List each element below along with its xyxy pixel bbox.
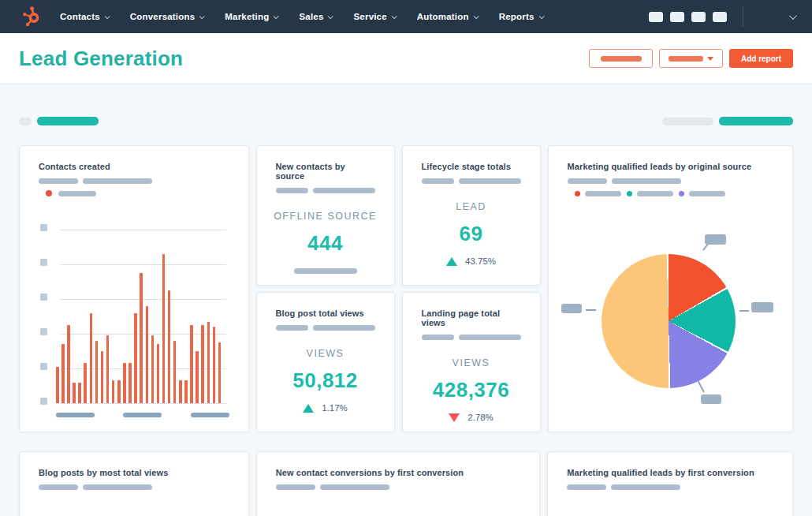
bar	[61, 344, 65, 403]
nav-tool-placeholder-1[interactable]	[649, 12, 663, 22]
metric-label: VIEWS	[453, 357, 490, 368]
card-title: Lifecycle stage totals	[403, 146, 540, 171]
report-card-contacts-created[interactable]: Contacts created	[19, 145, 249, 432]
bar-chart-plot-area	[56, 230, 226, 403]
nav-item-label: Contacts	[60, 12, 100, 21]
caret-down-icon	[707, 57, 713, 61]
report-card-new-contacts-by-source[interactable]: New contacts by source OFFLINE SOURCE 44…	[256, 145, 395, 286]
redacted-dropdown-label	[669, 56, 703, 62]
account-chevron-down-icon[interactable]	[789, 12, 797, 20]
bar	[213, 327, 216, 403]
nav-item-label: Service	[353, 12, 386, 21]
bar	[218, 342, 222, 403]
filter-group-right	[662, 117, 793, 125]
add-report-button[interactable]: Add report	[729, 49, 793, 68]
nav-item-sales[interactable]: Sales	[299, 12, 332, 21]
filter-group-left	[19, 117, 99, 125]
main-nav-menu: ContactsConversationsMarketingSalesServi…	[60, 12, 564, 21]
metric-label: LEAD	[456, 201, 486, 212]
pie-legend-item	[679, 191, 725, 196]
y-tick-placeholder	[40, 259, 47, 266]
page-header: Lead Generation Add report	[0, 33, 812, 84]
nav-item-contacts[interactable]: Contacts	[60, 12, 109, 21]
chart-legend	[20, 184, 248, 196]
report-card-mql-by-original-source[interactable]: Marketing qualified leads by original so…	[548, 145, 793, 432]
card-subtitle-placeholders	[403, 171, 540, 184]
metric-value: 69	[460, 222, 483, 246]
report-card-blog-post-total-views[interactable]: Blog post total views VIEWS 50,812 1.17%	[256, 292, 395, 432]
trend-up-icon	[446, 257, 457, 266]
metric-value: 444	[307, 231, 343, 256]
report-card-new-contact-conversions[interactable]: New contact conversions by first convers…	[256, 451, 541, 516]
top-nav: ContactsConversationsMarketingSalesServi…	[0, 0, 812, 33]
gridline	[61, 403, 226, 404]
trend-up-icon	[303, 404, 314, 413]
nav-divider	[743, 6, 743, 27]
filter-toggle-placeholder[interactable]	[19, 118, 32, 125]
chevron-down-icon	[199, 13, 205, 19]
nav-item-conversations[interactable]: Conversations	[130, 12, 203, 21]
bar	[151, 335, 155, 403]
bar	[190, 325, 193, 403]
legend-label-placeholder	[585, 191, 621, 196]
legend-dot	[575, 191, 580, 196]
pie-legend-item	[575, 191, 621, 196]
nav-right-tools	[642, 6, 795, 27]
pie-legend	[549, 184, 792, 196]
bar	[112, 380, 115, 403]
report-card-mql-by-first-conversion[interactable]: Marketing qualified leads by first conve…	[547, 451, 793, 516]
bar	[78, 383, 81, 403]
legend-label-placeholder	[689, 191, 725, 196]
nav-item-automation[interactable]: Automation	[417, 12, 478, 21]
bar	[168, 290, 171, 403]
y-tick-placeholder	[40, 328, 47, 335]
metric-value: 428,376	[433, 378, 509, 402]
legend-dot	[627, 191, 632, 196]
bar	[184, 380, 188, 403]
card-title: Marketing qualified leads by original so…	[549, 146, 792, 171]
nav-tool-placeholder-4[interactable]	[713, 12, 727, 22]
legend-label-placeholder	[58, 191, 96, 196]
active-filter-placeholder[interactable]	[37, 117, 99, 125]
bar	[173, 341, 177, 403]
redacted-button-label	[601, 56, 642, 62]
nav-item-service[interactable]: Service	[353, 12, 395, 21]
bar	[157, 344, 160, 403]
dashboard-action-button[interactable]	[589, 49, 653, 68]
bar	[196, 351, 199, 403]
hubspot-logo-icon[interactable]	[20, 5, 44, 28]
bar	[162, 254, 166, 403]
grid-column-2: New contacts by source OFFLINE SOURCE 44…	[256, 145, 395, 432]
card-title: Blog posts by most total views	[20, 452, 248, 477]
nav-tool-placeholder-2[interactable]	[670, 12, 684, 22]
pie-callout-label	[701, 394, 721, 404]
report-card-landing-page-total-views[interactable]: Landing page total views VIEWS 428,376 2…	[402, 292, 541, 432]
chevron-down-icon	[473, 13, 479, 19]
bar	[56, 367, 59, 403]
nav-item-marketing[interactable]: Marketing	[225, 12, 277, 21]
dashboard-grid-row-1: Contacts created	[19, 145, 793, 432]
chevron-down-icon	[391, 13, 397, 19]
bar	[106, 335, 110, 403]
nav-item-reports[interactable]: Reports	[499, 12, 543, 21]
report-card-lifecycle-stage-totals[interactable]: Lifecycle stage totals LEAD 69 43.75%	[402, 145, 541, 286]
card-subtitle-placeholders	[257, 181, 394, 193]
bar	[67, 325, 70, 403]
card-title: New contacts by source	[257, 146, 394, 181]
card-subtitle-placeholders	[257, 318, 394, 331]
report-card-blog-posts-by-most-total-views[interactable]: Blog posts by most total views	[19, 451, 249, 516]
x-axis-label-placeholders	[56, 413, 229, 417]
bar	[140, 273, 143, 403]
nav-item-label: Marketing	[225, 12, 269, 21]
bar	[90, 313, 93, 403]
dashboard-dropdown-button[interactable]	[659, 49, 723, 68]
filter-row	[19, 84, 793, 125]
bar	[84, 363, 87, 403]
bar	[201, 325, 204, 403]
filter-placeholder-teal[interactable]	[719, 117, 793, 125]
nav-tool-placeholder-3[interactable]	[691, 12, 706, 22]
chevron-down-icon	[274, 13, 279, 19]
filter-placeholder-gray[interactable]	[662, 118, 713, 125]
card-subtitle-placeholders	[257, 477, 540, 490]
metric-label: VIEWS	[307, 348, 345, 359]
